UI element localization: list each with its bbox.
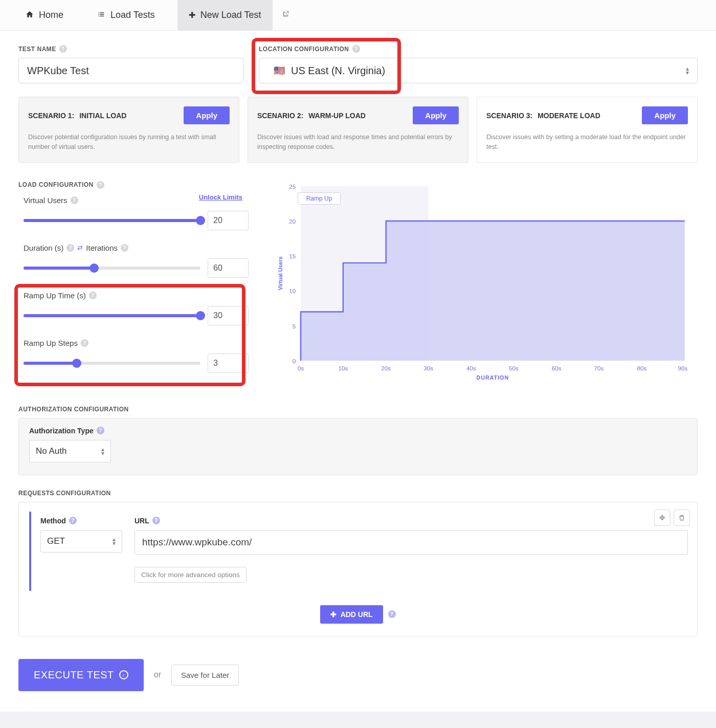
- breadcrumb-load-tests-label: Load Tests: [110, 10, 155, 20]
- svg-text:90s: 90s: [678, 365, 687, 371]
- ramp-steps-slider[interactable]: [24, 362, 200, 365]
- auth-type-label: Authorization Type ?: [29, 427, 687, 435]
- help-icon[interactable]: ?: [97, 427, 104, 434]
- scenario-2-title: SCENARIO 2:: [257, 112, 303, 120]
- svg-text:15: 15: [289, 253, 296, 259]
- scenario-3: SCENARIO 3: MODERATE LOAD Apply Discover…: [477, 97, 698, 163]
- breadcrumb-new-load-test[interactable]: ✚ New Load Test: [177, 0, 273, 31]
- location-label: LOCATION CONFIGURATION ?: [259, 45, 698, 53]
- svg-text:0s: 0s: [298, 365, 304, 371]
- svg-text:10s: 10s: [338, 365, 348, 371]
- help-icon[interactable]: ?: [121, 244, 128, 252]
- test-name-input[interactable]: [18, 58, 243, 83]
- or-text: or: [154, 670, 161, 679]
- svg-text:70s: 70s: [594, 365, 604, 371]
- auth-config-title: AUTHORIZATION CONFIGURATION: [18, 406, 698, 413]
- virtual-users-slider[interactable]: [24, 219, 200, 222]
- help-icon[interactable]: ?: [81, 339, 88, 347]
- scenario-3-subtitle: MODERATE LOAD: [538, 112, 600, 120]
- help-icon[interactable]: ?: [388, 610, 396, 618]
- svg-text:40s: 40s: [466, 365, 476, 371]
- requests-config-title: REQUESTS CONFIGURATION: [18, 490, 698, 497]
- auth-type-select[interactable]: No Auth ▴▾: [29, 440, 111, 462]
- unlock-limits-link[interactable]: Unlock Limits: [199, 193, 242, 201]
- help-icon[interactable]: ?: [352, 45, 360, 53]
- help-icon[interactable]: ?: [71, 196, 78, 204]
- scenario-1-apply-button[interactable]: Apply: [184, 106, 230, 124]
- svg-text:80s: 80s: [637, 365, 646, 371]
- ramp-steps-label: Ramp Up Steps ?: [24, 339, 249, 347]
- chevron-updown-icon: ▴▾: [101, 447, 104, 455]
- help-icon[interactable]: ?: [59, 45, 67, 53]
- svg-text:60s: 60s: [552, 365, 562, 371]
- svg-text:25: 25: [289, 183, 296, 189]
- virtual-users-input[interactable]: [208, 211, 249, 230]
- external-link-icon[interactable]: [278, 10, 294, 20]
- method-select[interactable]: GET ▴▾: [40, 530, 122, 553]
- swap-icon[interactable]: ⇄: [77, 244, 83, 252]
- ramp-time-slider[interactable]: [24, 314, 200, 317]
- url-input[interactable]: [135, 530, 688, 555]
- auth-type-value: No Auth: [36, 446, 67, 456]
- duration-input[interactable]: [208, 258, 249, 278]
- breadcrumb-load-tests[interactable]: Load Tests: [86, 0, 166, 31]
- load-config-title: LOAD CONFIGURATION ?: [18, 181, 249, 189]
- plus-icon: ✚: [330, 610, 337, 619]
- scenario-2: SCENARIO 2: WARM-UP LOAD Apply Discover …: [248, 97, 468, 163]
- add-url-button[interactable]: ✚ ADD URL: [320, 605, 383, 624]
- svg-text:5: 5: [293, 322, 296, 329]
- svg-text:10: 10: [289, 288, 296, 294]
- ramp-time-input[interactable]: [208, 306, 249, 325]
- duration-label: Duration (s) ? ⇄ Iterations ?: [24, 244, 249, 252]
- help-icon[interactable]: ?: [97, 181, 104, 189]
- url-label: URL ?: [135, 517, 688, 525]
- svg-text:20: 20: [289, 217, 296, 224]
- scenario-1-subtitle: INITIAL LOAD: [79, 112, 126, 120]
- svg-text:30s: 30s: [423, 365, 433, 371]
- help-icon[interactable]: ?: [152, 517, 160, 524]
- chevron-right-icon: ›: [119, 670, 128, 679]
- svg-text:DURATION: DURATION: [477, 374, 509, 381]
- location-select[interactable]: 🇺🇸 US East (N. Virginia) ▴▾: [259, 58, 698, 83]
- ramp-time-label: Ramp Up Time (s) ?: [24, 291, 249, 300]
- flag-icon: 🇺🇸: [274, 65, 285, 76]
- scenario-3-desc: Discover issues with by setting a modera…: [486, 133, 688, 152]
- scenario-3-apply-button[interactable]: Apply: [642, 106, 688, 124]
- chevron-updown-icon: ▴▾: [113, 537, 116, 545]
- breadcrumb-home-label: Home: [39, 10, 63, 20]
- svg-text:0: 0: [293, 357, 296, 364]
- home-icon: [26, 10, 34, 20]
- test-name-label: TEST NAME ?: [18, 45, 243, 53]
- scenario-1: SCENARIO 1: INITIAL LOAD Apply Discover …: [18, 97, 239, 163]
- save-for-later-button[interactable]: Save for Later: [171, 665, 239, 686]
- execute-test-button[interactable]: EXECUTE TEST ›: [18, 659, 144, 691]
- ramp-steps-input[interactable]: [208, 354, 249, 373]
- breadcrumb-new-load-test-label: New Load Test: [200, 10, 261, 20]
- svg-text:20s: 20s: [381, 365, 391, 371]
- scenario-3-title: SCENARIO 3:: [486, 112, 532, 120]
- breadcrumb-home[interactable]: Home: [14, 0, 75, 31]
- scenario-1-desc: Discover potential configuration issues …: [28, 133, 230, 152]
- method-label: Method ?: [40, 517, 122, 525]
- chart-legend: Ramp Up: [298, 192, 341, 205]
- svg-text:50s: 50s: [509, 365, 519, 371]
- scenario-2-apply-button[interactable]: Apply: [413, 106, 459, 124]
- scenario-2-subtitle: WARM-UP LOAD: [308, 112, 366, 120]
- scenario-1-title: SCENARIO 1:: [28, 112, 74, 120]
- advanced-options-button[interactable]: Click for more advanced options: [135, 567, 247, 583]
- list-icon: [97, 10, 105, 20]
- help-icon[interactable]: ?: [66, 244, 74, 252]
- ramp-chart: 0 5 10 15 20 25 0s 10s 20s 30s 40s 50s 6…: [263, 181, 698, 381]
- location-value: US East (N. Virginia): [291, 65, 385, 77]
- breadcrumb: Home Load Tests ✚ New Load Test: [0, 0, 716, 31]
- svg-text:Virtual Users: Virtual Users: [277, 256, 283, 290]
- scenario-2-desc: Discover issues with load and response t…: [257, 133, 459, 152]
- method-value: GET: [47, 536, 65, 546]
- plus-icon: ✚: [189, 10, 195, 20]
- chevron-updown-icon: ▴▾: [686, 67, 689, 75]
- help-icon[interactable]: ?: [69, 517, 77, 524]
- help-icon[interactable]: ?: [89, 292, 97, 299]
- duration-slider[interactable]: [24, 267, 200, 270]
